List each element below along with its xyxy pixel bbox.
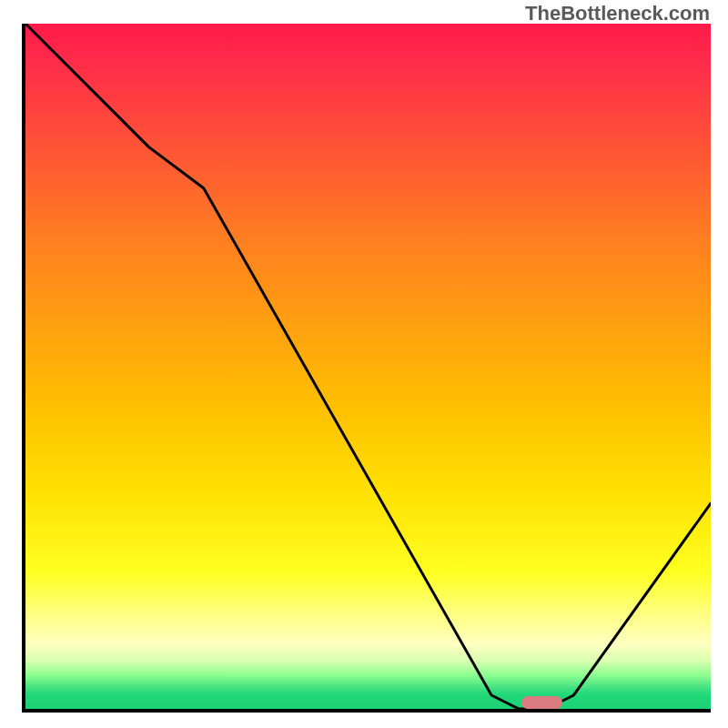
curve-line (25, 24, 711, 709)
optimal-marker (521, 696, 562, 709)
plot-area (22, 24, 711, 713)
watermark-text: TheBottleneck.com (525, 2, 710, 25)
